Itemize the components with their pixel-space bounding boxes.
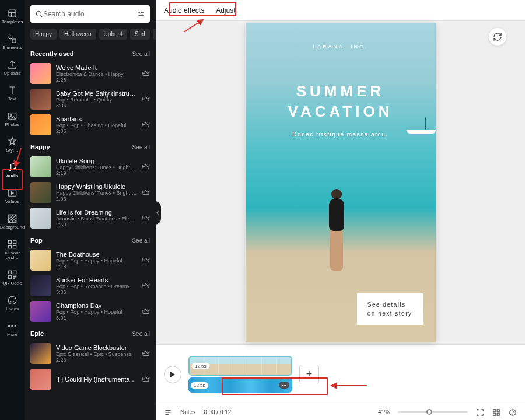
see-all-link[interactable]: See all	[132, 331, 150, 337]
more-icon	[7, 321, 18, 331]
audio-item[interactable]: Happy Whistling UkuleleHappy Childrens' …	[30, 180, 150, 205]
rail-photos[interactable]: Photos	[0, 106, 24, 132]
audio-item[interactable]: Life Is for DreamingAcoustic • Small Emo…	[30, 205, 150, 231]
svg-point-27	[15, 326, 16, 327]
design-canvas[interactable]: LARANA, INC. SUMMERVACATION Donec tristi…	[246, 23, 436, 342]
qrcode-icon	[7, 270, 18, 280]
audio-subtitle: Acoustic • Small Emotions • Elegant • …	[56, 216, 137, 222]
chip-sad[interactable]: Sad	[130, 29, 150, 40]
rail-videos[interactable]: Videos	[0, 183, 24, 209]
svg-line-29	[41, 16, 43, 18]
audio-item[interactable]: Baby Got Me Salty (Instrumental …Pop • R…	[30, 86, 150, 112]
zoom-slider[interactable]	[398, 411, 468, 413]
rail-elements[interactable]: Elements	[0, 29, 24, 55]
audio-subtitle: Happy Childrens' Tunes • Bright • …	[56, 164, 137, 170]
photos-icon	[7, 111, 18, 121]
premium-icon	[142, 214, 150, 222]
audio-track-menu[interactable]: •••	[279, 382, 289, 388]
filter-icon[interactable]	[137, 10, 145, 18]
audio-item[interactable]: If I Could Fly (Instrumental Versio…	[30, 366, 150, 392]
background-icon	[7, 214, 18, 224]
audio-icon	[7, 162, 18, 173]
audio-title: Sucker For Hearts	[56, 276, 137, 284]
help-icon[interactable]	[509, 408, 517, 416]
audio-item[interactable]: Sucker For HeartsPop • Pop • Romantic • …	[30, 273, 150, 299]
audio-item[interactable]: The BoathousePop • Pop • Happy • Hopeful…	[30, 247, 150, 273]
audio-duration: 3:36	[56, 289, 137, 295]
audio-subtitle: Pop • Pop • Chasing • Hopeful	[56, 123, 137, 128]
audio-title: If I Could Fly (Instrumental Versio…	[56, 376, 137, 383]
audio-title: Life Is for Dreaming	[56, 209, 137, 216]
styles-icon	[7, 136, 18, 147]
audio-item[interactable]: Ukulele SongHappy Childrens' Tunes • Bri…	[30, 154, 150, 180]
svg-rect-37	[494, 409, 496, 411]
audio-effects-button[interactable]: Audio effects	[164, 6, 204, 15]
audio-title: Spartans	[56, 116, 137, 123]
audio-item[interactable]: We've Made ItElectronica & Dance • Happy…	[30, 61, 150, 86]
search-input[interactable]	[43, 10, 137, 18]
chip-halloween[interactable]: Halloween	[60, 29, 96, 40]
audio-subtitle: Electronica & Dance • Happy	[56, 71, 137, 77]
audio-item[interactable]: Champions DayPop • Pop • Happy • Hopeful…	[30, 299, 150, 324]
svg-rect-16	[8, 246, 11, 249]
audio-track[interactable]: 12.5s •••	[188, 377, 292, 393]
adjust-button[interactable]: Adjust	[216, 6, 235, 15]
rail-logos[interactable]: Logos	[0, 290, 24, 316]
premium-icon	[142, 163, 150, 171]
templates-icon	[7, 8, 18, 19]
audio-title: Champions Day	[56, 302, 137, 309]
premium-icon	[142, 307, 150, 316]
audio-thumb	[30, 301, 51, 322]
rail-templates[interactable]: Templates	[0, 4, 24, 29]
audio-thumb	[30, 156, 51, 177]
video-track[interactable]: 12.5s	[188, 356, 292, 376]
rail-more[interactable]: More	[0, 316, 24, 342]
svg-point-25	[9, 326, 10, 327]
svg-rect-18	[8, 271, 11, 274]
premium-icon	[142, 349, 150, 358]
audio-subtitle: Happy Childrens' Tunes • Bright • …	[56, 190, 137, 196]
svg-point-28	[36, 11, 41, 16]
audio-item[interactable]: SpartansPop • Pop • Chasing • Hopeful2:0…	[30, 112, 150, 138]
audio-title: Video Game Blockbuster	[56, 344, 137, 351]
audio-duration: 2:03	[56, 196, 137, 202]
chip-happy[interactable]: Happy	[30, 29, 57, 40]
rail-audio[interactable]: Audio	[0, 158, 24, 183]
see-all-link[interactable]: See all	[132, 144, 150, 150]
video-duration-badge: 12.5s	[192, 363, 209, 369]
premium-icon	[142, 256, 150, 264]
audio-thumb	[30, 369, 51, 390]
svg-rect-17	[13, 246, 16, 249]
rail-folder[interactable]: All your desi…	[0, 235, 24, 265]
see-all-link[interactable]: See all	[132, 237, 150, 244]
section-title: Happy	[30, 144, 50, 150]
grid-icon[interactable]	[492, 408, 501, 416]
audio-subtitle: Pop • Romantic • Quirky	[56, 97, 137, 103]
section-title: Pop	[30, 237, 43, 244]
canvas-area[interactable]: LARANA, INC. SUMMERVACATION Donec tristi…	[156, 21, 525, 344]
filter-chips: HappyHalloweenUpbeatSadP	[24, 28, 156, 44]
notes-icon	[164, 408, 172, 416]
audio-duration: 2:59	[56, 222, 137, 228]
audio-panel: HappyHalloweenUpbeatSadP Recently usedSe…	[24, 0, 156, 420]
sync-button[interactable]	[489, 28, 506, 46]
section-title: Epic	[30, 330, 44, 337]
rail-styles[interactable]: Styl…	[0, 132, 24, 158]
audio-thumb	[30, 343, 51, 364]
see-all-link[interactable]: See all	[132, 51, 150, 57]
svg-point-42	[513, 414, 513, 414]
rail-qrcode[interactable]: QR Code	[0, 265, 24, 290]
search-box[interactable]	[30, 5, 150, 23]
audio-item[interactable]: Video Game BlockbusterEpic Classical • E…	[30, 341, 150, 366]
panel-collapse-handle[interactable]	[155, 201, 161, 225]
context-toolbar: Audio effects Adjust	[156, 0, 525, 21]
fullscreen-icon[interactable]	[476, 408, 484, 416]
audio-duration-badge: 12.5s	[191, 382, 208, 388]
chip-upbeat[interactable]: Upbeat	[99, 29, 127, 40]
add-page-button[interactable]: +	[299, 365, 319, 384]
notes-button[interactable]: Notes	[180, 409, 195, 415]
rail-uploads[interactable]: Uploads	[0, 55, 24, 80]
play-button[interactable]	[164, 366, 181, 383]
rail-text[interactable]: Text	[0, 80, 24, 106]
rail-background[interactable]: Background	[0, 209, 24, 235]
